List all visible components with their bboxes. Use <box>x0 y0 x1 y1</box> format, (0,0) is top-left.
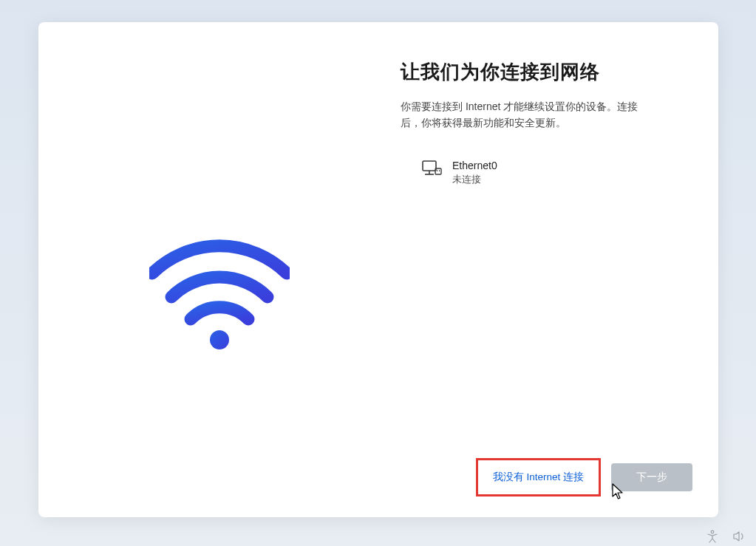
illustration-column <box>38 22 378 517</box>
taskbar-icons <box>706 530 746 543</box>
svg-point-7 <box>711 530 714 533</box>
no-internet-button[interactable]: 我没有 Internet 连接 <box>480 462 597 493</box>
button-row: 我没有 Internet 连接 下一步 <box>476 458 692 496</box>
network-status: 未连接 <box>452 173 497 186</box>
network-name: Ethernet0 <box>452 160 497 171</box>
svg-point-0 <box>210 330 229 349</box>
svg-rect-1 <box>423 161 436 171</box>
volume-icon[interactable] <box>732 530 746 543</box>
content-column: 让我们为你连接到网络 你需要连接到 Internet 才能继续设置你的设备。连接… <box>378 22 718 517</box>
wifi-icon <box>149 236 290 351</box>
accessibility-icon[interactable] <box>706 530 719 543</box>
network-item-ethernet[interactable]: Ethernet0 未连接 <box>418 154 689 192</box>
ethernet-icon <box>421 160 442 179</box>
setup-panel: 让我们为你连接到网络 你需要连接到 Internet 才能继续设置你的设备。连接… <box>38 22 718 517</box>
next-button[interactable]: 下一步 <box>611 463 692 491</box>
page-subtitle: 你需要连接到 Internet 才能继续设置你的设备。连接后，你将获得最新功能和… <box>401 98 652 132</box>
network-text: Ethernet0 未连接 <box>452 160 497 186</box>
highlight-box: 我没有 Internet 连接 <box>476 458 601 496</box>
page-title: 让我们为你连接到网络 <box>401 59 689 85</box>
